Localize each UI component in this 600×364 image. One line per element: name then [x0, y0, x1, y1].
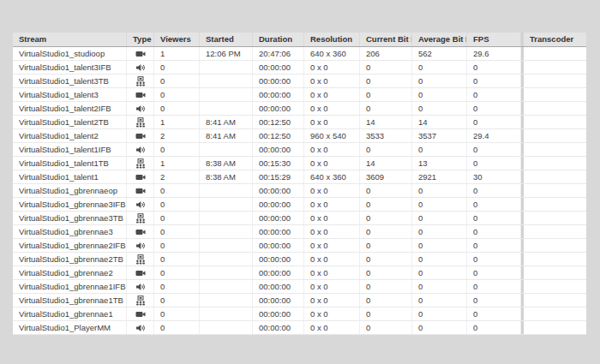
table-row[interactable]: VirtualStudio1_gbrennae1TB 0 00:00:00 0 … [13, 294, 586, 307]
stream-name-cell: VirtualStudio1_studioop [13, 47, 127, 60]
table-row[interactable]: VirtualStudio1_talent3TB 0 00:00:00 0 x … [13, 75, 586, 88]
fps-cell: 0 [467, 212, 521, 224]
table-row[interactable]: VirtualStudio1_gbrennae2IFB 0 00:00:00 0… [13, 239, 586, 253]
current-bitrate-cell: 0 [360, 88, 412, 101]
stream-name-cell: VirtualStudio1_talent3 [13, 88, 127, 101]
column-header-average-bitrate[interactable]: Average Bit Ra... [412, 33, 467, 46]
speaker-icon [135, 104, 146, 114]
viewers-cell: 0 [154, 212, 200, 224]
resolution-cell: 0 x 0 [304, 61, 360, 74]
resolution-cell: 0 x 0 [304, 102, 360, 115]
table-row[interactable]: VirtualStudio1_gbrennae1 0 00:00:00 0 x … [13, 307, 586, 321]
table-row[interactable]: VirtualStudio1_talent3 0 00:00:00 0 x 0 … [13, 88, 586, 102]
talkback-icon [135, 117, 146, 128]
stream-type-cell [127, 198, 154, 211]
column-header-stream[interactable]: Stream [13, 33, 127, 46]
table-row[interactable]: VirtualStudio1_talent2IFB 0 00:00:00 0 x… [13, 102, 586, 116]
started-cell [200, 61, 253, 74]
stream-type-cell [127, 321, 154, 334]
table-row[interactable]: VirtualStudio1_talent3IFB 0 00:00:00 0 x… [13, 61, 586, 75]
table-row[interactable]: VirtualStudio1_gbrennaeop 0 00:00:00 0 x… [13, 184, 586, 198]
duration-cell: 00:15:29 [253, 170, 304, 183]
fps-cell: 0 [467, 253, 521, 266]
transcoder-cell [524, 75, 586, 87]
table-row[interactable]: VirtualStudio1_gbrennae3IFB 0 00:00:00 0… [13, 198, 586, 212]
column-header-duration[interactable]: Duration [253, 33, 304, 46]
table-row[interactable]: VirtualStudio1_gbrennae3 0 00:00:00 0 x … [13, 225, 586, 239]
table-row[interactable]: VirtualStudio1_talent1IFB 0 00:00:00 0 x… [13, 143, 586, 157]
duration-cell: 00:00:00 [253, 198, 304, 211]
transcoder-cell [524, 170, 586, 183]
duration-cell: 00:00:00 [253, 88, 304, 101]
stream-name-cell: VirtualStudio1_gbrennaeop [13, 184, 127, 197]
viewers-cell: 1 [154, 157, 200, 170]
column-header-type[interactable]: Type [127, 33, 154, 46]
viewers-cell: 0 [154, 321, 200, 334]
viewers-cell: 2 [154, 170, 200, 183]
stream-type-cell [127, 253, 154, 266]
viewers-cell: 0 [154, 239, 200, 252]
started-cell [200, 102, 253, 115]
speaker-icon [135, 63, 146, 73]
viewers-cell: 0 [154, 294, 200, 307]
started-cell [200, 143, 253, 156]
stream-type-cell [127, 75, 154, 87]
table-row[interactable]: VirtualStudio1_gbrennae2 0 00:00:00 0 x … [13, 266, 586, 280]
stream-name-cell: VirtualStudio1_talent1TB [13, 157, 127, 170]
table-row[interactable]: VirtualStudio1_PlayerMM 0 00:00:00 0 x 0… [13, 321, 586, 335]
started-cell: 12:06 PM [200, 47, 253, 60]
stream-name-cell: VirtualStudio1_gbrennae1TB [13, 294, 127, 307]
speaker-icon [135, 323, 146, 333]
speaker-icon [135, 145, 146, 155]
stream-type-cell [127, 116, 154, 128]
fps-cell: 29.6 [467, 47, 521, 60]
current-bitrate-cell: 206 [360, 47, 412, 60]
fps-cell: 0 [467, 321, 521, 334]
stream-name-cell: VirtualStudio1_gbrennae2 [13, 266, 127, 279]
resolution-cell: 640 x 360 [304, 170, 360, 183]
transcoder-cell [524, 184, 586, 197]
talkback-icon [135, 158, 146, 169]
table-row[interactable]: VirtualStudio1_gbrennae1IFB 0 00:00:00 0… [13, 280, 586, 294]
column-header-resolution[interactable]: Resolution [304, 33, 360, 46]
fps-cell: 0 [467, 157, 521, 170]
average-bitrate-cell: 562 [412, 47, 467, 60]
started-cell [200, 266, 253, 279]
column-header-current-bitrate[interactable]: Current Bit Rat... [360, 33, 412, 46]
table-row[interactable]: VirtualStudio1_talent1TB 1 8:38 AM 00:15… [13, 157, 586, 170]
table-row[interactable]: VirtualStudio1_gbrennae3TB 0 00:00:00 0 … [13, 212, 586, 225]
duration-cell: 00:00:00 [253, 239, 304, 252]
resolution-cell: 0 x 0 [304, 184, 360, 197]
average-bitrate-cell: 0 [412, 253, 467, 266]
fps-cell: 0 [467, 184, 521, 197]
started-cell [200, 280, 253, 293]
table-row[interactable]: VirtualStudio1_gbrennae2TB 0 00:00:00 0 … [13, 253, 586, 266]
fps-cell: 0 [467, 239, 521, 252]
column-header-started[interactable]: Started [200, 33, 253, 46]
resolution-cell: 960 x 540 [304, 129, 360, 142]
fps-cell: 0 [467, 116, 521, 128]
table-row[interactable]: VirtualStudio1_talent1 2 8:38 AM 00:15:2… [13, 170, 586, 184]
column-header-fps[interactable]: FPS [467, 33, 521, 46]
resolution-cell: 0 x 0 [304, 266, 360, 279]
table-row[interactable]: VirtualStudio1_studioop 1 12:06 PM 20:47… [13, 47, 586, 61]
duration-cell: 00:12:50 [253, 129, 304, 142]
table-row[interactable]: VirtualStudio1_talent2 2 8:41 AM 00:12:5… [13, 129, 586, 143]
transcoder-cell [524, 253, 586, 266]
talkback-icon [135, 254, 146, 265]
stream-type-cell [127, 307, 154, 320]
duration-cell: 00:00:00 [253, 253, 304, 266]
viewers-cell: 0 [154, 198, 200, 211]
started-cell [200, 184, 253, 197]
column-header-transcoder[interactable]: Transcoder [524, 33, 586, 46]
duration-cell: 00:00:00 [253, 321, 304, 334]
current-bitrate-cell: 0 [360, 225, 412, 238]
duration-cell: 20:47:06 [253, 47, 304, 60]
started-cell: 8:41 AM [200, 116, 253, 128]
viewers-cell: 0 [154, 143, 200, 156]
table-row[interactable]: VirtualStudio1_talent2TB 1 8:41 AM 00:12… [13, 116, 586, 129]
fps-cell: 0 [467, 61, 521, 74]
transcoder-cell [524, 307, 586, 320]
column-header-viewers[interactable]: Viewers [154, 33, 200, 46]
fps-cell: 0 [467, 198, 521, 211]
